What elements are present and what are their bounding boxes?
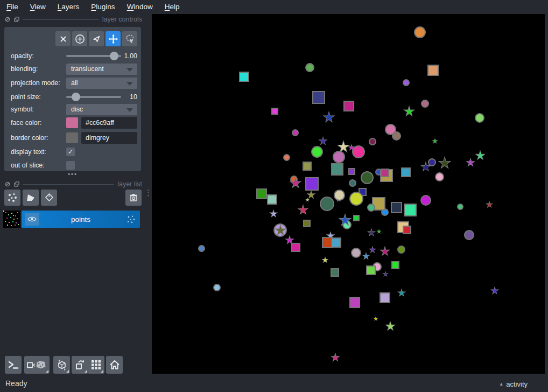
face-color-input[interactable]: #cc6c9aff — [81, 117, 137, 129]
transpose-dimensions-button[interactable] — [72, 356, 88, 374]
layer-visibility-button[interactable] — [25, 213, 39, 226]
face-color-label: face color: — [11, 119, 41, 127]
scatter-point — [367, 204, 375, 212]
display-text-label: display text: — [11, 148, 46, 156]
scatter-point — [397, 289, 406, 298]
scatter-point — [213, 284, 221, 291]
display-text-row: display text: ✓ — [4, 146, 141, 158]
opacity-label: opacity: — [11, 52, 34, 60]
scatter-point — [401, 167, 411, 177]
new-labels-layer-button[interactable] — [41, 190, 57, 206]
blending-row: blending: translucent — [4, 63, 141, 75]
popup-corner-mark — [66, 370, 69, 373]
opacity-slider[interactable] — [66, 52, 121, 60]
projection-mode-row: projection mode: all — [4, 77, 141, 89]
scatter-point — [366, 265, 376, 275]
new-shapes-layer-button[interactable] — [23, 190, 39, 206]
scatter-point — [403, 79, 410, 86]
scatter-point — [475, 150, 486, 162]
layer-controls-dock-title: layer controls — [102, 16, 142, 23]
border-color-input[interactable]: dimgrey — [81, 132, 137, 144]
select-points-button[interactable] — [89, 31, 104, 46]
pan-zoom-button[interactable] — [106, 31, 121, 46]
layer-list-dock-header: layer list — [4, 180, 142, 188]
layer-controls-dock-header: layer controls — [4, 16, 142, 23]
roll-dimensions-icon — [56, 359, 68, 371]
popup-corner-mark — [101, 370, 103, 373]
scatter-point — [420, 195, 431, 206]
menu-window[interactable]: Window — [127, 3, 153, 11]
hide-dock-button[interactable] — [4, 17, 10, 23]
scatter-point — [427, 65, 439, 76]
scatter-point — [380, 246, 391, 257]
layer-row-points[interactable]: points — [22, 211, 140, 228]
scatter-point — [321, 256, 329, 264]
scatter-point — [414, 26, 426, 38]
ndisplay-2d-3d-icon — [27, 360, 47, 370]
point-size-slider-handle[interactable] — [72, 93, 80, 101]
dock-resize-handle[interactable]: ⋮ — [144, 190, 150, 206]
symbol-row: symbol: disc — [4, 103, 141, 115]
layer-thumbnail[interactable] — [3, 211, 20, 228]
scatter-point — [381, 169, 389, 177]
delete-selected-points-button[interactable] — [55, 31, 71, 46]
points-tool-row — [55, 31, 137, 46]
scatter-point — [369, 246, 377, 254]
grid-view-button[interactable] — [88, 356, 104, 374]
new-points-layer-button[interactable] — [4, 190, 20, 206]
home-button[interactable] — [106, 356, 123, 374]
panel-expander-dots[interactable]: ••• — [65, 171, 81, 178]
scatter-point — [269, 209, 278, 219]
face-color-row: face color: #cc6c9aff — [4, 117, 141, 129]
scatter-point — [291, 243, 300, 252]
scatter-point — [486, 201, 494, 209]
menu-file[interactable]: File — [6, 3, 18, 11]
layer-list-dock-title: layer list — [117, 180, 142, 188]
float-dock-button[interactable] — [13, 181, 19, 187]
border-color-swatch[interactable] — [66, 132, 78, 143]
scatter-point — [348, 168, 355, 175]
projection-mode-select[interactable]: all — [66, 78, 137, 89]
delete-layer-button[interactable] — [125, 190, 142, 206]
blending-select[interactable]: translucent — [66, 64, 137, 75]
scatter-point — [466, 158, 476, 168]
scatter-point — [432, 138, 438, 144]
border-color-label: border color: — [11, 134, 48, 142]
toggle-ndisplay-button[interactable] — [24, 356, 50, 374]
new-labels-layer-icon — [44, 192, 54, 203]
roll-dimensions-button[interactable] — [53, 356, 70, 374]
scatter-point — [435, 172, 444, 181]
caret-up-icon: ▲ — [499, 382, 503, 387]
viewer-canvas[interactable] — [152, 14, 545, 374]
face-color-swatch[interactable] — [66, 117, 78, 128]
chevron-down-icon — [127, 82, 133, 86]
menu-layers[interactable]: Layers — [58, 3, 80, 11]
console-icon — [8, 361, 19, 369]
scatter-point — [331, 163, 343, 176]
scatter-point — [334, 190, 345, 201]
menu-plugins[interactable]: Plugins — [91, 3, 115, 11]
out-of-slice-checkbox[interactable] — [66, 161, 75, 170]
projection-mode-label: projection mode: — [11, 79, 60, 87]
menu-view[interactable]: View — [30, 3, 46, 11]
scatter-point — [382, 271, 389, 277]
scatter-point — [403, 106, 416, 118]
menu-help[interactable]: Help — [165, 3, 180, 11]
float-dock-button[interactable] — [13, 17, 19, 23]
add-points-button[interactable] — [72, 31, 87, 46]
point-size-slider[interactable] — [66, 93, 121, 101]
activity-button[interactable]: ▲ activity — [499, 380, 528, 388]
lasso-select-button[interactable] — [122, 31, 137, 46]
scatter-point — [351, 248, 361, 258]
display-text-checkbox[interactable]: ✓ — [66, 148, 75, 156]
opacity-slider-handle[interactable] — [110, 52, 118, 60]
scatter-point — [349, 192, 363, 206]
point-size-value: 10 — [130, 93, 137, 101]
popup-corner-mark — [46, 370, 48, 373]
scatter-point — [397, 246, 405, 254]
console-button[interactable] — [5, 356, 22, 374]
symbol-select[interactable]: disc — [66, 104, 137, 115]
scatter-point — [198, 245, 205, 252]
hide-dock-button[interactable] — [4, 181, 10, 187]
home-icon — [109, 360, 120, 370]
